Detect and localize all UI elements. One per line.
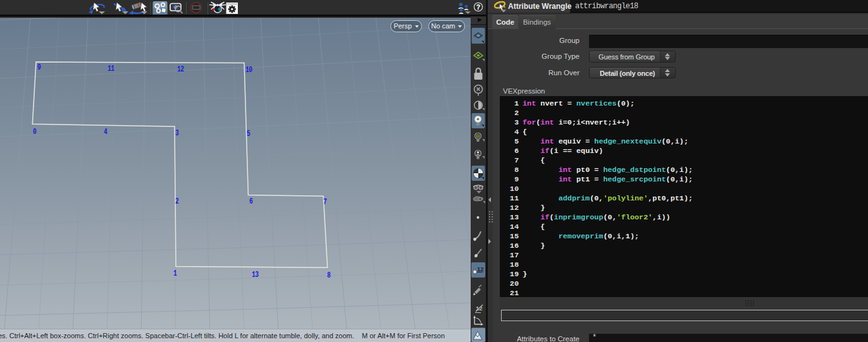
svg-text:12: 12 (477, 266, 484, 272)
svg-text:?: ? (476, 3, 480, 11)
